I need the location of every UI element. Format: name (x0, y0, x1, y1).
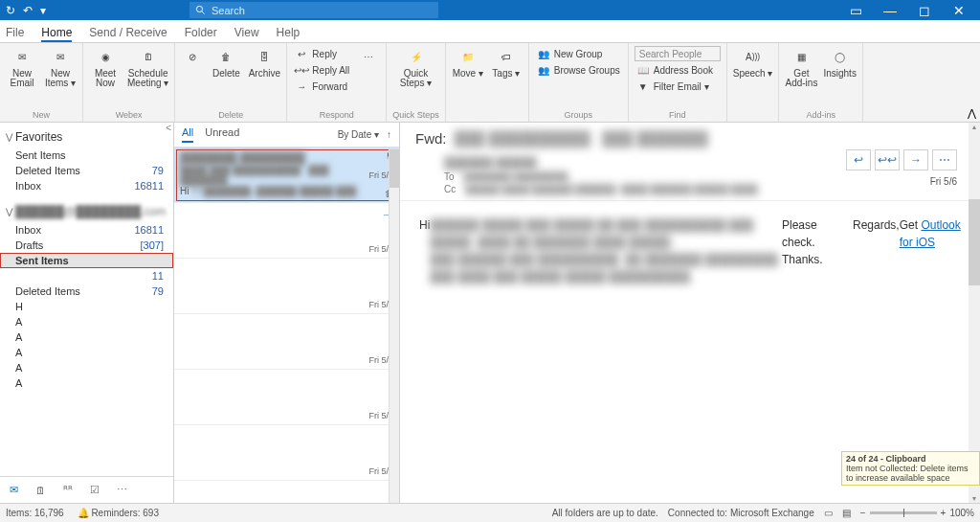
new-items-button[interactable]: ✉︎New Items ▾ (44, 46, 77, 88)
tab-folder[interactable]: Folder (185, 26, 217, 42)
address-book-button[interactable]: 📖Address Book (635, 62, 721, 78)
delete-button[interactable]: 🗑Delete (210, 46, 242, 79)
search-people-input[interactable]: Search People (635, 46, 721, 61)
clipboard-toast[interactable]: 24 of 24 - Clipboard Item not Collected:… (841, 451, 980, 486)
filter-all[interactable]: All (182, 126, 193, 143)
speech-icon: A))) (742, 46, 765, 67)
sender: ██████ █████ (444, 156, 537, 170)
status-items: Items: 16,796 (6, 508, 64, 518)
tab-help[interactable]: Help (277, 26, 301, 42)
get-addins-button[interactable]: ▦Get Add-ins (785, 46, 817, 88)
folder-row[interactable]: A (0, 345, 173, 360)
respond-more-button[interactable]: ⋯ (357, 46, 380, 67)
mail-module-icon[interactable]: ✉ (10, 484, 18, 496)
reply-all-button[interactable]: ↩↩Reply All (293, 62, 351, 78)
group-addins: Add-ins (806, 110, 835, 121)
new-group-button[interactable]: 👥New Group (535, 46, 622, 61)
folder-inbox[interactable]: Inbox16811 (0, 222, 173, 238)
collapse-ribbon-icon[interactable]: ⋀ (968, 107, 976, 120)
speech-button[interactable]: A)))Speech ▾ (733, 46, 773, 79)
message-item[interactable]: →Fri 5/6 (174, 203, 399, 259)
close-button[interactable]: ✕ (947, 3, 970, 18)
tags-button[interactable]: 🏷Tags ▾ (490, 46, 523, 79)
browse-icon: 👥 (537, 63, 550, 77)
mlist-scrollbar[interactable] (389, 149, 399, 503)
group-groups: Groups (565, 110, 593, 121)
search-placeholder: Search (212, 5, 245, 16)
view-reading-icon[interactable]: ▤ (842, 508, 851, 518)
reply-action[interactable]: ↩ (846, 149, 871, 170)
group-icon: 👥 (537, 47, 550, 60)
move-button[interactable]: 📁Move ▾ (452, 46, 484, 79)
status-reminders[interactable]: 🔔 Reminders: 693 (78, 508, 159, 518)
ignore-icon: ⊘ (181, 46, 204, 67)
folder-drafts[interactable]: Drafts[307] (0, 238, 173, 253)
fav-deleted-items[interactable]: Deleted Items79 (0, 163, 173, 178)
fav-sent-items[interactable]: Sent Items (0, 148, 173, 163)
people-module-icon[interactable]: ᴿᴿ (63, 484, 73, 496)
folder-sent-items[interactable]: Sent Items (0, 253, 173, 268)
folder-deleted-items[interactable]: Deleted Items79 (0, 284, 173, 299)
reply-all-action[interactable]: ↩↩ (875, 149, 900, 170)
forward-action[interactable]: → (903, 149, 928, 170)
message-item[interactable]: Fri 5/6 (174, 259, 399, 314)
ignore-button[interactable]: ⊘ (181, 46, 204, 67)
envelope-plus-icon: ✉︎ (49, 46, 72, 67)
filter-unread[interactable]: Unread (205, 126, 239, 143)
menu-bar: File Home Send / Receive Folder View Hel… (0, 20, 980, 43)
subject: ███ ██████████ · ███ ███████ (455, 130, 708, 147)
reply-icon: ↩ (295, 47, 308, 60)
undo-icon[interactable]: ↶ (23, 4, 33, 17)
customize-icon[interactable]: ▾ (40, 4, 46, 17)
calendar-icon: 🗓 (137, 46, 160, 67)
forward-button[interactable]: →Forward (293, 79, 351, 94)
sync-icon[interactable]: ↻ (6, 4, 15, 17)
quick-steps-button[interactable]: ⚡Quick Steps ▾ (400, 46, 433, 88)
filter-email-button[interactable]: ▼Filter Email ▾ (635, 79, 721, 94)
message-list: All Unread By Date ▾ ↑ ███████ ████████ … (174, 123, 400, 503)
zoom-slider[interactable]: −+100% (860, 508, 974, 518)
titlebar: ↻ ↶ ▾ Search ▭ — ◻ ✕ (0, 0, 980, 20)
calendar-module-icon[interactable]: 🗓 (35, 485, 46, 496)
message-item[interactable]: Fri 5/6 (174, 314, 399, 370)
view-normal-icon[interactable]: ▭ (824, 508, 833, 518)
tasks-module-icon[interactable]: ☑ (90, 484, 100, 496)
folder-row[interactable]: H (0, 299, 173, 314)
folder-row[interactable]: A (0, 360, 173, 375)
reply-all-icon: ↩↩ (295, 63, 308, 77)
subject-prefix: Fwd: (415, 130, 447, 147)
tab-sendreceive[interactable]: Send / Receive (89, 26, 167, 42)
global-search[interactable]: Search (189, 2, 438, 18)
account-header[interactable]: ⋁██████@████████.com (0, 201, 173, 222)
insights-button[interactable]: ◯Insights (823, 46, 856, 79)
tab-view[interactable]: View (234, 26, 259, 42)
sort-direction[interactable]: ↑ (387, 129, 391, 140)
tab-file[interactable]: File (6, 26, 24, 42)
folder-row[interactable]: A (0, 314, 173, 329)
folder-row[interactable]: A (0, 329, 173, 345)
folder-row[interactable]: 11 (0, 268, 173, 284)
collapse-nav-icon[interactable]: < (166, 123, 171, 133)
more-icon: ⋯ (357, 46, 380, 67)
nav-more-icon[interactable]: ⋯ (117, 484, 127, 496)
favorites-header[interactable]: ⋁Favorites (0, 126, 173, 148)
reply-button[interactable]: ↩Reply (293, 46, 351, 61)
tab-home[interactable]: Home (41, 26, 72, 42)
archive-button[interactable]: 🗄Archive (248, 46, 280, 79)
browse-groups-button[interactable]: 👥Browse Groups (535, 62, 622, 78)
message-item[interactable]: Fri 5/6 (174, 370, 399, 425)
new-email-button[interactable]: ✉︎New Email (6, 46, 38, 88)
folder-row[interactable]: A (0, 375, 173, 391)
meet-now-button[interactable]: ◉Meet Now (89, 46, 122, 88)
minimize-button[interactable]: — (879, 3, 902, 18)
message-item[interactable]: ███████ ████████ ████ ███ ██████████ · █… (174, 148, 399, 203)
sort-button[interactable]: By Date ▾ (338, 129, 379, 140)
schedule-meeting-button[interactable]: 🗓Schedule Meeting ▾ (127, 46, 168, 88)
filter-icon: ▼ (636, 79, 650, 93)
fav-inbox[interactable]: Inbox16811 (0, 178, 173, 193)
maximize-button[interactable]: ◻ (913, 3, 936, 18)
reading-scrollbar[interactable] (969, 123, 980, 503)
ribbon-display-icon[interactable]: ▭ (844, 3, 867, 18)
more-actions[interactable]: ⋯ (932, 149, 957, 170)
message-item[interactable]: Fri 5/6 (174, 425, 399, 481)
